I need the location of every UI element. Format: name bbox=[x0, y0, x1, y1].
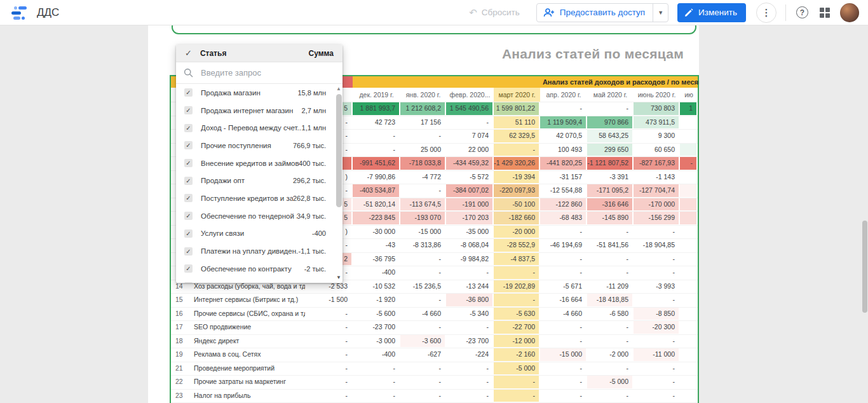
table-cell: -3 000 bbox=[353, 335, 400, 348]
row-label: Прочие сервисы (СБИС, охрана и тд.) bbox=[189, 308, 306, 321]
table-cell: -316 646 bbox=[587, 198, 634, 212]
table-cell: -127 704,74 bbox=[634, 184, 680, 198]
reset-button[interactable]: ↶ Сбросить bbox=[469, 7, 520, 18]
filter-item-partial[interactable]: ✓ bbox=[176, 278, 342, 283]
table-cell: - bbox=[306, 335, 353, 348]
table-cell: -4 837,5 bbox=[494, 253, 540, 266]
table-cell: -4 660 bbox=[400, 308, 446, 321]
column-header[interactable]: апр. 2020 г. bbox=[540, 88, 587, 102]
share-button[interactable]: Предоставить доступ ▼ bbox=[536, 3, 668, 22]
table-cell: - bbox=[306, 376, 353, 389]
table-cell: - bbox=[587, 253, 634, 266]
checkbox-checked-icon[interactable]: ✓ bbox=[184, 124, 193, 132]
table-cell: - bbox=[446, 390, 494, 403]
filter-value-label[interactable]: Сумма bbox=[309, 49, 334, 58]
apps-grid-icon[interactable] bbox=[820, 8, 830, 18]
filter-search-input[interactable] bbox=[201, 68, 335, 78]
table-row: 15Интернет сервисы (Битрикс и тд.)-1 500… bbox=[171, 294, 698, 308]
checkbox-checked-icon[interactable]: ✓ bbox=[184, 247, 193, 256]
table-cell: -15 236,5 bbox=[400, 280, 446, 294]
column-header[interactable]: июнь 2020 г. bbox=[634, 88, 680, 102]
table-cell: - bbox=[587, 321, 634, 334]
filter-item-value: 766,9 тыс. bbox=[293, 142, 326, 149]
table-cell: -403 534,87 bbox=[353, 184, 400, 198]
table-cell: -68 483 bbox=[540, 212, 587, 225]
table-row: 21Проведение мероприятий-----5 000--- bbox=[171, 362, 698, 376]
checkbox-checked-icon[interactable]: ✓ bbox=[184, 264, 193, 273]
table-cell: -193 070 bbox=[400, 212, 446, 225]
table-cell: - bbox=[494, 390, 540, 403]
filter-item[interactable]: ✓Обеспечение по контракту-2 тыс. bbox=[176, 260, 342, 278]
column-header[interactable]: март 2020 г. bbox=[494, 88, 540, 102]
checkbox-checked-icon[interactable]: ✓ bbox=[184, 88, 193, 97]
row-number: 18 bbox=[171, 335, 189, 348]
table-cell: - bbox=[400, 376, 446, 389]
table-cell: -156 299 bbox=[634, 212, 680, 225]
filter-item[interactable]: ✓Доход - Перевод между счет...1,1 млн bbox=[176, 119, 342, 137]
table-cell: 17 156 bbox=[400, 116, 446, 130]
filter-list-scrollbar[interactable] bbox=[336, 94, 342, 207]
table-cell: - bbox=[353, 362, 400, 376]
table-cell: - bbox=[587, 362, 634, 376]
filter-item-label: Поступление кредитов и зай... bbox=[201, 195, 293, 202]
filter-item[interactable]: ✓Обеспечение по тендерной з...34,9 тыс. bbox=[176, 207, 342, 225]
table-cell: -11 000 bbox=[634, 348, 680, 362]
filter-control-selected[interactable] bbox=[172, 25, 696, 34]
table-cell: - bbox=[634, 253, 680, 266]
row-number: 23 bbox=[171, 390, 189, 403]
checkbox-checked-icon[interactable]: ✓ bbox=[184, 177, 193, 185]
checkbox-checked-icon[interactable]: ✓ bbox=[184, 229, 193, 238]
table-cell: - bbox=[540, 321, 587, 334]
table-cell: -18 904,85 bbox=[634, 239, 680, 252]
table-cell: - bbox=[634, 226, 680, 239]
looker-studio-logo-icon[interactable] bbox=[11, 6, 28, 20]
table-cell: 100 493 bbox=[540, 144, 587, 157]
column-header[interactable]: янв. 2020 г. bbox=[400, 88, 446, 102]
filter-dropdown-header[interactable]: ✓ Статья Сумма bbox=[176, 44, 342, 62]
filter-item[interactable]: ✓Услуги связи-400 bbox=[176, 225, 342, 243]
table-cell: -2 160 bbox=[494, 348, 540, 362]
table-cell: -16 664 bbox=[540, 294, 587, 307]
avatar[interactable] bbox=[840, 3, 859, 22]
column-header[interactable]: дек. 2019 г. bbox=[353, 88, 400, 102]
table-cell: - bbox=[587, 335, 634, 348]
table-cell bbox=[680, 253, 698, 266]
checkbox-checked-icon[interactable]: ✓ bbox=[184, 159, 193, 167]
checkbox-checked-icon[interactable]: ✓ bbox=[184, 282, 193, 283]
report-title[interactable]: ДДС bbox=[37, 6, 59, 19]
column-header[interactable]: февр. 2020... bbox=[446, 88, 494, 102]
checkbox-checked-icon[interactable]: ✓ bbox=[184, 194, 193, 202]
checkbox-checked-icon[interactable]: ✓ bbox=[184, 141, 193, 149]
table-cell bbox=[680, 321, 698, 334]
filter-item[interactable]: ✓Прочие поступления766,9 тыс. bbox=[176, 137, 342, 154]
share-button-main[interactable]: Предоставить доступ bbox=[537, 4, 653, 22]
column-header[interactable]: ию bbox=[680, 88, 698, 102]
table-cell: -718 033,8 bbox=[400, 157, 446, 170]
column-header[interactable]: май 2020 г. bbox=[587, 88, 634, 102]
help-icon[interactable]: ? bbox=[796, 6, 808, 18]
checkbox-checked-icon[interactable]: ✓ bbox=[184, 106, 193, 114]
more-options-button[interactable]: ⋮ bbox=[756, 3, 776, 23]
table-cell: 1 119 509,4 bbox=[540, 116, 587, 130]
table-cell: 22 000 bbox=[446, 144, 494, 157]
filter-item[interactable]: ✓Поступление кредитов и зай...262,8 тыс. bbox=[176, 189, 342, 207]
filter-item[interactable]: ✓Внесение кредитов и займов400 тыс. bbox=[176, 154, 342, 172]
scroll-down-arrow-icon[interactable]: ▼ bbox=[336, 275, 341, 280]
table-cell: - bbox=[540, 266, 587, 280]
table-cell: - bbox=[353, 390, 400, 403]
banner-red-cell bbox=[342, 76, 353, 88]
edit-button[interactable]: Изменить bbox=[677, 3, 746, 22]
filter-item[interactable]: ✓Продажа интернет магазин2,7 млн bbox=[176, 102, 342, 120]
filter-item[interactable]: ✓Продажа магазин15,8 млн bbox=[176, 84, 342, 102]
select-all-checkbox[interactable]: ✓ bbox=[185, 48, 192, 58]
person-add-icon bbox=[543, 8, 555, 18]
share-dropdown-caret[interactable]: ▼ bbox=[653, 4, 668, 22]
page-scrollbar[interactable] bbox=[862, 221, 867, 313]
scroll-up-arrow-icon[interactable]: ▲ bbox=[336, 86, 341, 92]
table-cell: - bbox=[634, 376, 680, 389]
checkbox-checked-icon[interactable]: ✓ bbox=[184, 212, 193, 220]
filter-item-value: 2,7 млн bbox=[302, 107, 326, 114]
filter-item[interactable]: ✓Платежи на уплату дивиден...-1,1 тыс. bbox=[176, 242, 342, 260]
table-cell: -434 459,32 bbox=[446, 157, 494, 170]
filter-item[interactable]: ✓Продажи опт296,2 тыс. bbox=[176, 172, 342, 189]
